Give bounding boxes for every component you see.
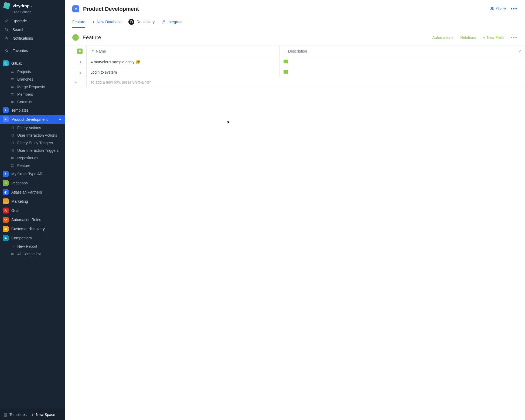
cell-name[interactable]: A marvelous sample entity 😅 <box>87 57 280 67</box>
discovery-icon: ◉ <box>3 226 9 232</box>
page-icon: ✦ <box>72 5 79 12</box>
grid-icon <box>11 100 15 104</box>
space-marketing[interactable]: ☰Marketing <box>0 197 65 206</box>
sidebar: Vizydrop ⌄ Oleg Seriaga Upgrade Search N… <box>0 0 65 420</box>
nav-search[interactable]: Search <box>0 25 65 34</box>
space-label: Templates <box>11 108 29 112</box>
space-competitors[interactable]: ▶Competitors <box>0 233 65 243</box>
templates-icon: ✦ <box>3 107 9 113</box>
add-row[interactable]: + To add a new row, press Shift+Enter <box>65 77 525 87</box>
plus-icon[interactable]: + <box>65 77 87 87</box>
space-gitlab[interactable]: ◎ GitLab <box>0 59 65 68</box>
chevron-down-icon: ⌄ <box>30 4 33 7</box>
tab-integrate[interactable]: Integrate <box>162 17 182 27</box>
automations-button[interactable]: Automations <box>432 35 453 40</box>
space-my-cross-type-app[interactable]: ✦My Cross Type APp <box>0 169 65 178</box>
space-templates[interactable]: ✦ Templates <box>0 106 65 115</box>
relations-button[interactable]: Relations <box>460 35 476 40</box>
grid-icon <box>11 252 15 256</box>
workspace-header[interactable]: Vizydrop ⌄ <box>0 0 65 10</box>
column-name[interactable]: TᴛName <box>87 46 280 57</box>
expand-column-button[interactable]: ⤢ <box>515 46 525 57</box>
database-color-icon[interactable] <box>72 34 79 41</box>
nav-label: Notifications <box>12 36 33 40</box>
svg-rect-2 <box>12 134 14 136</box>
space-atlassian-partners[interactable]: ◐Atlassian Partners <box>0 188 65 197</box>
nav-favorites[interactable]: Favorites <box>0 46 65 55</box>
sub-fibery-actions[interactable]: Fibery Actions <box>0 124 65 132</box>
plus-icon: + <box>92 20 94 24</box>
sub-repositories[interactable]: Repositories <box>0 154 65 162</box>
space-label: Product Development <box>11 117 48 122</box>
footer-templates[interactable]: ▦ Templates <box>4 412 27 417</box>
sub-branches[interactable]: Branches <box>0 75 65 83</box>
link-icon <box>162 20 165 24</box>
share-button[interactable]: Share <box>490 6 506 12</box>
sub-feature[interactable]: Feature <box>0 162 65 169</box>
tab-feature[interactable]: Feature <box>72 17 85 28</box>
tab-repository[interactable]: Repository <box>128 16 155 28</box>
space-product-development[interactable]: ✦ Product Development + <box>0 115 65 124</box>
column-description[interactable]: ☰Description <box>280 46 515 57</box>
sub-merge-requests[interactable]: Merge Requests <box>0 83 65 91</box>
space-automation-rules[interactable]: ⟳Automation Rules <box>0 215 65 224</box>
sub-fibery-entity-triggers[interactable]: Fibery Entity Triggers <box>0 139 65 147</box>
workspace-logo-icon <box>3 2 11 9</box>
row-index: 1 <box>65 57 87 67</box>
table-row[interactable]: 2 Login to system <box>65 67 525 77</box>
cell-name[interactable]: Login to system <box>87 67 280 77</box>
space-goal[interactable]: ◎Goal <box>0 206 65 215</box>
sub-user-interaction-triggers[interactable]: User Interaction Triggers <box>0 147 65 154</box>
column-index: F <box>65 46 87 57</box>
grid-icon <box>11 164 15 167</box>
sub-members[interactable]: Members <box>0 91 65 98</box>
rocket-icon <box>4 19 9 23</box>
database-title[interactable]: Feature <box>83 35 101 41</box>
space-vacations[interactable]: ☀Vacations <box>0 178 65 188</box>
cell-description[interactable] <box>280 67 515 77</box>
new-field-button[interactable]: +New Field <box>483 35 504 40</box>
automation-icon: ⟳ <box>3 217 9 223</box>
note-icon <box>284 60 288 63</box>
workspace-user: Oleg Seriaga <box>0 10 65 14</box>
doc-icon <box>11 126 15 130</box>
app-icon: ✦ <box>3 171 9 177</box>
space-label: GitLab <box>11 61 22 66</box>
grid-icon <box>11 85 15 89</box>
sub-user-interaction-actions[interactable]: User Interaction Actions <box>0 132 65 139</box>
grid-icon <box>11 92 15 96</box>
grid-icon <box>11 156 15 160</box>
table: F TᴛName ☰Description ⤢ 1 A marvelous sa… <box>65 46 525 420</box>
sub-all-competitor[interactable]: All Competitor <box>0 250 65 258</box>
page-header: ✦ Product Development Share ••• <box>65 0 525 16</box>
note-icon <box>284 70 288 74</box>
type-badge: F <box>77 49 83 54</box>
table-row[interactable]: 1 A marvelous sample entity 😅 <box>65 57 525 67</box>
footer-new-space[interactable]: + New Space <box>32 412 55 417</box>
grid-icon <box>11 77 15 81</box>
sub-new-report[interactable]: New Report <box>0 243 65 250</box>
people-icon <box>490 6 494 12</box>
space-customer-discovery[interactable]: ◉Customer discovery <box>0 224 65 233</box>
doc-icon <box>11 133 15 137</box>
sub-commits[interactable]: Commits <box>0 98 65 106</box>
add-to-space-button[interactable]: + <box>58 117 62 122</box>
tab-new-database[interactable]: +New Database <box>92 17 121 27</box>
nav-upgrade[interactable]: Upgrade <box>0 17 65 25</box>
add-row-hint[interactable]: To add a new row, press Shift+Enter <box>87 77 525 87</box>
goal-icon: ◎ <box>3 208 9 214</box>
cell-description[interactable] <box>280 57 515 67</box>
nav-notifications[interactable]: Notifications <box>0 34 65 43</box>
sun-icon: ☀ <box>3 180 9 186</box>
templates-icon: ▦ <box>4 412 7 417</box>
row-index: 2 <box>65 67 87 77</box>
page-title: Product Development <box>83 6 139 12</box>
sidebar-footer: ▦ Templates + New Space <box>0 409 65 420</box>
database-more-button[interactable]: ••• <box>511 35 517 40</box>
svg-point-6 <box>492 7 493 8</box>
star-icon <box>4 48 9 53</box>
doc-icon <box>11 149 15 152</box>
sub-projects[interactable]: Projects <box>0 68 65 75</box>
more-button[interactable]: ••• <box>511 6 517 12</box>
search-icon <box>4 27 9 32</box>
